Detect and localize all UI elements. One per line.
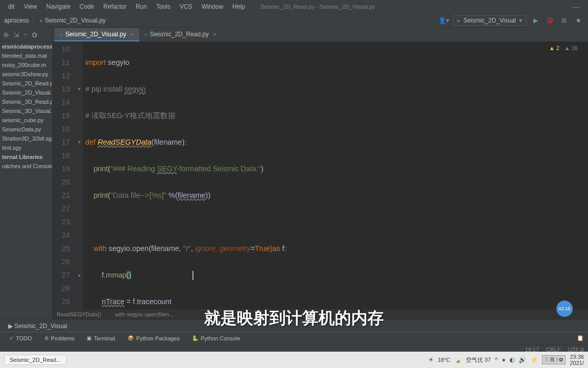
- timestamp-badge: 02:15: [556, 301, 573, 317]
- sidebar-toolbar: ⊕ ⇲ ÷ ✿: [0, 28, 52, 42]
- menu-run[interactable]: Run: [132, 2, 151, 12]
- menu-bar: dit View Navigate Code Refactor Run Tool…: [0, 0, 588, 13]
- code-editor[interactable]: ▲ 2 ▲ 16 1011121314151617181920212223242…: [53, 42, 588, 309]
- tray-icon-4[interactable]: ⚡: [530, 356, 538, 363]
- taskbar-tray: ☀ 18°C 🍃 空气优 37 ^ ● ◐ 🔊 ⚡ S 英 ⁞ ✿ 23:362…: [428, 354, 584, 366]
- file-seismicdata[interactable]: SeismicData.py: [0, 125, 52, 134]
- project-root[interactable]: eismicdataprocess D:: [0, 42, 52, 51]
- expand-icon[interactable]: ⇲: [13, 31, 19, 39]
- subtitle-caption: 就是映射到计算机的内存: [204, 307, 384, 330]
- bottom-tool-tabs: ✓TODO ⊘Problems ▣Terminal 📦Python Packag…: [0, 332, 588, 344]
- file-seismic-2d-read[interactable]: Seismic_2D_Read.p: [0, 79, 52, 88]
- menu-window[interactable]: Window: [198, 2, 228, 12]
- fold-function-icon[interactable]: ▾: [75, 82, 83, 96]
- weak-warning-count[interactable]: ▲ 16: [565, 45, 578, 51]
- run-configuration-select[interactable]: ▸ Seismic_2D_Visual ▾: [453, 15, 527, 26]
- editor-tabs: ● Seismic_2D_Visual.py × ● Seismic_2D_Re…: [53, 28, 588, 42]
- external-libraries[interactable]: ternal Libraries: [0, 152, 52, 162]
- breadcrumb-project[interactable]: aprocess: [4, 17, 29, 24]
- toolbar: aprocess 〉 ● Seismic_2D_Visual.py 👤▾ ▸ S…: [0, 13, 588, 28]
- tool-terminal[interactable]: ▣Terminal: [82, 334, 120, 342]
- tray-icon-1[interactable]: ●: [502, 356, 505, 363]
- project-sidebar: ⊕ ⇲ ÷ ✿ eismicdataprocess D: blended_dat…: [0, 28, 53, 319]
- menu-help[interactable]: Help: [228, 2, 249, 12]
- menu-navigate[interactable]: Navigate: [42, 2, 74, 12]
- fold-with-icon[interactable]: ▾: [75, 135, 83, 149]
- menu-edit[interactable]: dit: [4, 2, 19, 12]
- tool-python-console[interactable]: 🐍Python Console: [187, 334, 246, 342]
- scratches-consoles[interactable]: ratches and Console: [0, 162, 52, 171]
- python-icon: ●: [60, 32, 63, 37]
- breadcrumb-with[interactable]: with segyio.open(filen...: [115, 311, 174, 317]
- event-log-icon[interactable]: 📋: [577, 335, 584, 341]
- line-gutter: 1011121314151617181920212223242526272829…: [53, 42, 75, 309]
- warning-count[interactable]: ▲ 2: [549, 45, 559, 51]
- file-blended-data[interactable]: blended_data.mat: [0, 51, 52, 60]
- windows-taskbar: Seismic_2D_Read... ☀ 18°C 🍃 空气优 37 ^ ● ◐…: [0, 352, 588, 368]
- minimize-button[interactable]: —: [569, 3, 584, 11]
- close-tab-icon[interactable]: ×: [213, 31, 216, 37]
- inspection-hints[interactable]: ▲ 2 ▲ 16: [549, 45, 578, 51]
- debug-button[interactable]: 🐞: [544, 15, 555, 26]
- run-config-name: Seismic_2D_Visual: [463, 17, 516, 24]
- project-tree[interactable]: eismicdataprocess D: blended_data.mat no…: [0, 42, 52, 319]
- dropdown-icon: ▾: [519, 17, 522, 24]
- toolbar-right: 👤▾ ▸ Seismic_2D_Visual ▾ ▶ 🐞 ⊞ ■: [438, 15, 584, 26]
- menu-refactor[interactable]: Refactor: [100, 2, 131, 12]
- config-icon: ▸: [457, 17, 460, 24]
- ime-indicator[interactable]: S 英 ⁞ ✿: [542, 355, 566, 364]
- text-cursor: [192, 271, 193, 280]
- taskbar-app[interactable]: Seismic_2D_Read...: [4, 355, 66, 365]
- air-icon[interactable]: 🍃: [454, 356, 462, 363]
- editor-area: ● Seismic_2D_Visual.py × ● Seismic_2D_Re…: [53, 28, 588, 319]
- menu-view[interactable]: View: [20, 2, 41, 12]
- menu-code[interactable]: Code: [76, 2, 99, 12]
- breadcrumb: aprocess 〉 ● Seismic_2D_Visual.py: [4, 16, 106, 25]
- settings-icon[interactable]: ✿: [32, 31, 38, 39]
- fold-gutter: ▾ ▾ ▴: [75, 42, 83, 309]
- breadcrumb-separator: 〉: [31, 16, 37, 25]
- run-button[interactable]: ▶: [530, 15, 541, 26]
- file-seismic-3d-visual[interactable]: Seismic_3D_Visual.p: [0, 106, 52, 116]
- close-tab-icon[interactable]: ×: [131, 31, 134, 37]
- target-icon[interactable]: ⊕: [3, 31, 9, 39]
- clock[interactable]: 23:362021/: [570, 354, 584, 366]
- tray-icon-3[interactable]: 🔊: [519, 356, 526, 363]
- tool-python-packages[interactable]: 📦Python Packages: [122, 334, 185, 342]
- file-noisy-cube[interactable]: noisy_200cube.m: [0, 60, 52, 70]
- file-seismic-2d-visual[interactable]: Seismic_2D_Visual.: [0, 88, 52, 97]
- tab-seismic-2d-visual[interactable]: ● Seismic_2D_Visual.py ×: [55, 28, 139, 41]
- file-seismic-cube[interactable]: seismic_cube.py: [0, 116, 52, 125]
- fold-end-icon[interactable]: ▴: [75, 268, 83, 282]
- weather-temp: 18°C: [438, 357, 451, 363]
- main-area: ⊕ ⇲ ÷ ✿ eismicdataprocess D: blended_dat…: [0, 28, 588, 319]
- tab-seismic-2d-read[interactable]: ● Seismic_2D_Read.py ×: [139, 28, 222, 41]
- user-icon[interactable]: 👤▾: [438, 15, 450, 26]
- file-test-sgy[interactable]: test.sgy: [0, 143, 52, 152]
- collapse-icon[interactable]: ÷: [23, 31, 28, 39]
- window-title: Seismic_2D_Read.py - Seismic_2D_Visual.p…: [260, 4, 375, 10]
- python-file-icon: ●: [39, 17, 43, 24]
- stop-button[interactable]: ■: [573, 15, 584, 26]
- weather-icon[interactable]: ☀: [428, 356, 434, 363]
- air-quality: 空气优 37: [466, 356, 491, 364]
- breadcrumb-function[interactable]: ReadSEGYData(): [57, 311, 101, 317]
- file-seismic3dshow[interactable]: seismic3Dshow.py: [0, 70, 52, 79]
- file-seismic-3d-read[interactable]: Seismic_3D_Read.p: [0, 97, 52, 106]
- menu-vcs[interactable]: VCS: [176, 2, 197, 12]
- file-stratton3d[interactable]: Stratton3D_32bit.sg: [0, 134, 52, 143]
- menu-tools[interactable]: Tools: [152, 2, 175, 12]
- run-tool-tab[interactable]: ▶ Seismic_2D_Visual: [8, 323, 67, 330]
- tool-problems[interactable]: ⊘Problems: [39, 334, 80, 342]
- tray-arrow-icon[interactable]: ^: [495, 356, 498, 363]
- tool-todo[interactable]: ✓TODO: [4, 334, 37, 342]
- python-icon: ●: [144, 32, 148, 37]
- breadcrumb-file[interactable]: Seismic_2D_Visual.py: [45, 17, 106, 24]
- code-content[interactable]: import segyio # pip install segyio # 读取S…: [83, 42, 588, 309]
- tray-icon-2[interactable]: ◐: [509, 356, 514, 363]
- run-with-coverage-button[interactable]: ⊞: [558, 15, 570, 26]
